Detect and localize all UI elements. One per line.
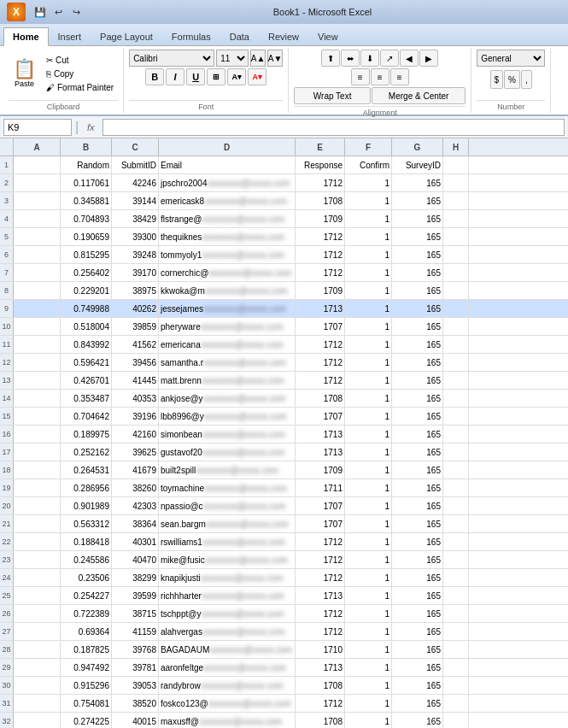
table-row[interactable]: 300.91529639053randybrowxxxxxxxx@xxxxx.c… — [0, 677, 568, 695]
col-header-g[interactable]: G — [392, 138, 443, 156]
col-header-h[interactable]: H — [443, 138, 469, 156]
font-color-button[interactable]: A▾ — [248, 68, 266, 85]
cell-g[interactable]: 165 — [392, 497, 443, 514]
cell-b[interactable]: 0.23506 — [61, 569, 112, 586]
cell-e[interactable]: 1712 — [296, 246, 345, 263]
cell-b[interactable]: 0.426701 — [61, 372, 112, 389]
cell-g[interactable]: 165 — [392, 569, 443, 586]
cell-b[interactable]: 0.190659 — [61, 228, 112, 245]
cell-f[interactable]: 1 — [345, 336, 392, 353]
decrease-font-btn[interactable]: A▼ — [267, 50, 283, 67]
cell-c[interactable]: 39053 — [112, 677, 159, 694]
cell-d[interactable]: thequiknesxxxxxxxx@xxxxx.com — [159, 228, 296, 245]
cell-g[interactable]: 165 — [392, 300, 443, 317]
table-row[interactable]: 50.19065939300thequiknesxxxxxxxx@xxxxx.c… — [0, 228, 568, 246]
cell-f[interactable]: 1 — [345, 192, 392, 209]
redo-btn[interactable]: ↪ — [68, 4, 84, 20]
cell-b[interactable]: 0.563312 — [61, 515, 112, 532]
cell-e[interactable]: 1712 — [296, 605, 345, 622]
cell-a[interactable] — [14, 156, 61, 173]
cell-h[interactable] — [443, 390, 469, 407]
italic-button[interactable]: I — [166, 68, 184, 85]
cell-c[interactable]: 38364 — [112, 515, 159, 532]
align-center-btn[interactable]: ≡ — [371, 68, 389, 85]
cell-h[interactable] — [443, 408, 469, 425]
cell-a[interactable] — [14, 443, 61, 461]
cell-f[interactable]: 1 — [345, 443, 392, 461]
cell-e[interactable]: 1709 — [296, 210, 345, 227]
cell-b[interactable]: 0.229201 — [61, 282, 112, 299]
cell-a[interactable] — [14, 390, 61, 407]
cell-f[interactable]: 1 — [345, 461, 392, 478]
cell-f[interactable]: 1 — [345, 569, 392, 586]
cell-f[interactable]: 1 — [345, 408, 392, 425]
cell-h[interactable] — [443, 228, 469, 245]
cell-d[interactable]: flstrange@xxxxxxxx@xxxxx.com — [159, 210, 296, 227]
cell-d[interactable]: kkwoka@mxxxxxxxx@xxxxx.com — [159, 282, 296, 299]
table-row[interactable]: 1RandomSubmitIDEmailResponseConfirmSurve… — [0, 156, 568, 174]
cell-b[interactable]: 0.754081 — [61, 695, 112, 712]
cell-g[interactable]: 165 — [392, 192, 443, 209]
table-row[interactable]: 260.72238938715tschppt@yxxxxxxxx@xxxxx.c… — [0, 605, 568, 623]
cell-e[interactable]: 1708 — [296, 192, 345, 209]
cell-d[interactable]: BAGADAUMxxxxxxxx@xxxxx.com — [159, 641, 296, 658]
undo-btn[interactable]: ↩ — [50, 4, 66, 20]
cell-d[interactable]: cornerchic@xxxxxxxx@xxxxx.com — [159, 264, 296, 281]
cell-d[interactable]: jpschro2004xxxxxxxx@xxxxx.com — [159, 174, 296, 191]
cell-b[interactable]: 0.117061 — [61, 174, 112, 191]
cell-a[interactable] — [14, 174, 61, 191]
cell-d[interactable]: mike@fusicxxxxxxxx@xxxxx.com — [159, 551, 296, 568]
cell-a[interactable] — [14, 677, 61, 694]
tab-page-layout[interactable]: Page Layout — [91, 27, 162, 45]
cell-g[interactable]: 165 — [392, 264, 443, 281]
cell-c[interactable]: 41562 — [112, 336, 159, 353]
cell-c[interactable]: 40353 — [112, 390, 159, 407]
border-button[interactable]: ⊞ — [207, 68, 225, 85]
cell-h[interactable] — [443, 497, 469, 514]
cell-h[interactable] — [443, 443, 469, 461]
cell-g[interactable]: 165 — [392, 372, 443, 389]
cell-c[interactable]: 39170 — [112, 264, 159, 281]
cell-a[interactable] — [14, 192, 61, 209]
tab-view[interactable]: View — [308, 27, 348, 45]
percent-btn[interactable]: % — [504, 70, 520, 89]
cell-a[interactable] — [14, 497, 61, 514]
table-row[interactable]: 100.51800439859pherywarexxxxxxxx@xxxxx.c… — [0, 318, 568, 336]
cell-e[interactable]: 1708 — [296, 390, 345, 407]
cell-e[interactable]: 1708 — [296, 713, 345, 728]
cell-b[interactable]: Random — [61, 156, 112, 173]
cell-a[interactable] — [14, 587, 61, 604]
cell-f[interactable]: 1 — [345, 174, 392, 191]
comma-btn[interactable]: , — [521, 70, 532, 89]
cell-g[interactable]: 165 — [392, 443, 443, 461]
cell-a[interactable] — [14, 408, 61, 425]
cell-g[interactable]: 165 — [392, 354, 443, 371]
cell-b[interactable]: 0.254227 — [61, 587, 112, 604]
cell-f[interactable]: 1 — [345, 695, 392, 712]
align-middle-btn[interactable]: ⬌ — [341, 50, 360, 67]
cell-g[interactable]: 165 — [392, 713, 443, 728]
cell-h[interactable] — [443, 695, 469, 712]
increase-font-btn[interactable]: A▲ — [250, 50, 266, 67]
cell-g[interactable]: SurveyID — [392, 156, 443, 173]
cell-f[interactable]: 1 — [345, 515, 392, 532]
cell-d[interactable]: knapikjustixxxxxxxx@xxxxx.com — [159, 569, 296, 586]
col-header-b[interactable]: B — [61, 138, 112, 156]
cell-c[interactable]: 38429 — [112, 210, 159, 227]
cell-d[interactable]: Email — [159, 156, 296, 173]
cell-f[interactable]: 1 — [345, 533, 392, 550]
cell-f[interactable]: 1 — [345, 677, 392, 694]
cell-b[interactable]: 0.947492 — [61, 659, 112, 676]
cell-g[interactable]: 165 — [392, 623, 443, 640]
cell-h[interactable] — [443, 354, 469, 371]
cell-e[interactable]: 1712 — [296, 623, 345, 640]
cell-e[interactable]: 1708 — [296, 677, 345, 694]
cell-d[interactable]: aaronfeltgexxxxxxxx@xxxxx.com — [159, 659, 296, 676]
cell-d[interactable]: jessejamesxxxxxxxx@xxxxx.com — [159, 300, 296, 317]
cell-e[interactable]: 1713 — [296, 587, 345, 604]
cell-f[interactable]: 1 — [345, 426, 392, 443]
cell-e[interactable]: Response — [296, 156, 345, 173]
table-row[interactable]: 30.34588139144emericask8xxxxxxxx@xxxxx.c… — [0, 192, 568, 210]
table-row[interactable]: 140.35348740353ankjose@yxxxxxxxx@xxxxx.c… — [0, 390, 568, 408]
cell-h[interactable] — [443, 156, 469, 173]
